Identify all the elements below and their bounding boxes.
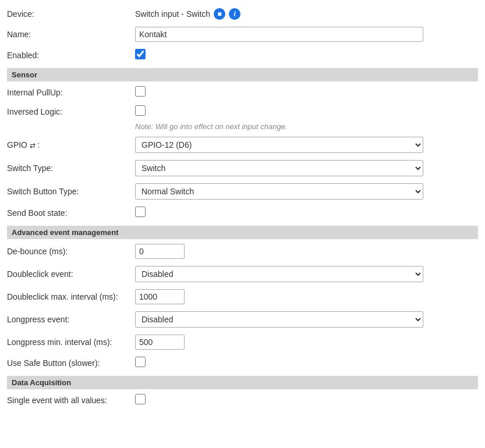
data-section-header: Data Acquisition [7,376,478,389]
longpress-event-label: Longpress event: [7,315,135,324]
internal-pullup-label: Internal PullUp: [7,88,135,97]
enabled-control [135,49,478,61]
single-event-checkbox[interactable] [135,394,146,404]
send-boot-state-row: Send Boot state: [7,203,478,222]
internal-pullup-control [135,86,478,98]
doubleclick-interval-control [135,289,478,304]
longpress-event-control: Disabled Enabled [135,311,478,328]
safe-button-label: Use Safe Button (slower): [7,358,135,368]
name-label: Name: [7,30,135,39]
safe-button-control [135,357,478,369]
inversed-logic-label: Inversed Logic: [7,107,135,116]
switch-button-type-control: Normal Switch Push Button Active Low Pus… [135,183,478,200]
debounce-row: De-bounce (ms): [7,240,478,262]
longpress-interval-row: Longpress min. interval (ms): [7,331,478,353]
debounce-label: De-bounce (ms): [7,247,135,256]
doubleclick-event-label: Doubleclick event: [7,269,135,279]
doubleclick-interval-label: Doubleclick max. interval (ms): [7,292,135,301]
advanced-section-header: Advanced event management [7,226,478,239]
enabled-row: Enabled: [7,45,478,65]
longpress-interval-label: Longpress min. interval (ms): [7,337,135,347]
inversed-logic-checkbox[interactable] [135,105,146,116]
switch-type-label: Switch Type: [7,163,135,173]
single-event-control [135,394,478,406]
internal-pullup-checkbox[interactable] [135,86,146,97]
switch-button-type-label: Switch Button Type: [7,187,135,196]
send-boot-state-label: Send Boot state: [7,208,135,218]
send-boot-state-control [135,207,478,219]
gpio-label-text: GPIO [7,140,27,150]
internal-pullup-row: Internal PullUp: [7,83,478,102]
safe-button-row: Use Safe Button (slower): [7,353,478,372]
single-event-label: Single event with all values: [7,396,135,405]
gpio-swap-icon: ⇄ [30,141,37,150]
debounce-input[interactable] [135,244,185,259]
doubleclick-event-control: Disabled Enabled [135,266,478,282]
enabled-label: Enabled: [7,51,135,60]
name-control [135,27,478,42]
gpio-select[interactable]: GPIO-12 (D6) GPIO-0 (D3) GPIO-2 (D4) GPI… [135,137,423,153]
longpress-event-row: Longpress event: Disabled Enabled [7,308,478,331]
longpress-event-select[interactable]: Disabled Enabled [135,311,423,328]
device-text: Switch input - Switch [135,9,210,19]
doubleclick-event-select[interactable]: Disabled Enabled [135,266,423,282]
gpio-label: GPIO ⇄ : [7,140,135,150]
send-boot-state-checkbox[interactable] [135,207,146,217]
gpio-row: GPIO ⇄ : GPIO-12 (D6) GPIO-0 (D3) GPIO-2… [7,133,478,157]
device-value: Switch input - Switch ■ i [135,8,240,20]
doubleclick-interval-row: Doubleclick max. interval (ms): [7,286,478,308]
switch-type-select[interactable]: Switch Dimmer Motor [135,160,423,176]
device-row: Device: Switch input - Switch ■ i [7,5,478,23]
device-label: Device: [7,9,135,19]
inversed-logic-note: Note: Will go into effect on next input … [135,121,478,133]
enabled-checkbox[interactable] [135,49,146,59]
sensor-section-header: Sensor [7,68,478,81]
inversed-logic-row: Inversed Logic: [7,102,478,121]
doubleclick-event-row: Doubleclick event: Disabled Enabled [7,262,478,286]
debounce-control [135,244,478,259]
switch-button-type-row: Switch Button Type: Normal Switch Push B… [7,180,478,203]
safe-button-checkbox[interactable] [135,357,146,367]
switch-type-control: Switch Dimmer Motor [135,160,478,176]
longpress-interval-control [135,335,478,350]
name-input[interactable] [135,27,423,42]
longpress-interval-input[interactable] [135,335,185,350]
switch-button-type-select[interactable]: Normal Switch Push Button Active Low Pus… [135,183,423,200]
inversed-logic-control [135,105,478,118]
single-event-row: Single event with all values: [7,390,478,410]
form-container: Device: Switch input - Switch ■ i Name: … [0,0,485,414]
switch-type-row: Switch Type: Switch Dimmer Motor [7,157,478,180]
name-row: Name: [7,23,478,45]
device-info-icon[interactable]: i [229,8,240,20]
device-square-icon[interactable]: ■ [214,8,225,20]
doubleclick-interval-input[interactable] [135,289,185,304]
gpio-colon: : [37,140,40,150]
gpio-control: GPIO-12 (D6) GPIO-0 (D3) GPIO-2 (D4) GPI… [135,137,478,153]
